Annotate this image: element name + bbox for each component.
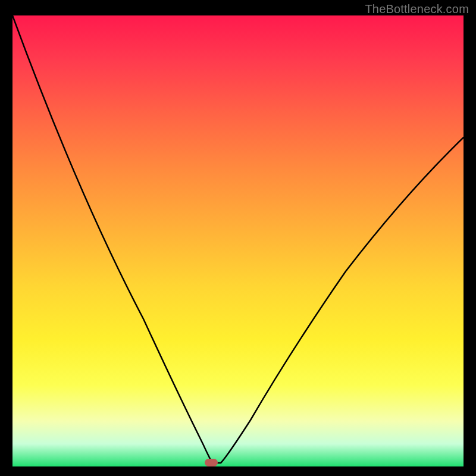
watermark-text: TheBottleneck.com [365, 2, 469, 16]
optimal-marker [205, 459, 218, 466]
plot-area [12, 15, 464, 466]
bottleneck-curve [12, 15, 464, 463]
chart-container: TheBottleneck.com [0, 0, 476, 476]
curve-svg [12, 15, 464, 466]
